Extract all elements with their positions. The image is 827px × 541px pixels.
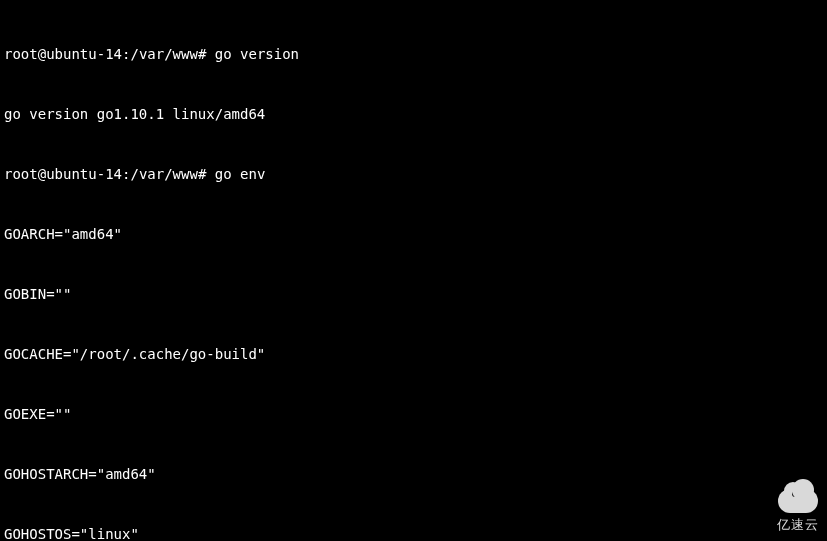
env-line: GOCACHE="/root/.cache/go-build" (4, 344, 823, 364)
command-text: go version (215, 46, 299, 62)
watermark: 亿速云 (777, 489, 819, 535)
prompt-path: /var/www (130, 166, 197, 182)
env-line: GOHOSTOS="linux" (4, 524, 823, 541)
env-line: GOHOSTARCH="amd64" (4, 464, 823, 484)
prompt-user-host: root@ubuntu-14 (4, 166, 122, 182)
cloud-icon (778, 489, 818, 513)
command-text: go env (215, 166, 266, 182)
prompt-line-1: root@ubuntu-14:/var/www# go version (4, 44, 823, 64)
prompt-path: /var/www (130, 46, 197, 62)
env-line: GOEXE="" (4, 404, 823, 424)
terminal-output[interactable]: root@ubuntu-14:/var/www# go version go v… (0, 0, 827, 541)
prompt-hash: # (198, 46, 215, 62)
output-line: go version go1.10.1 linux/amd64 (4, 104, 823, 124)
prompt-line-2: root@ubuntu-14:/var/www# go env (4, 164, 823, 184)
prompt-hash: # (198, 166, 215, 182)
env-line: GOBIN="" (4, 284, 823, 304)
watermark-text: 亿速云 (777, 515, 819, 535)
env-line: GOARCH="amd64" (4, 224, 823, 244)
prompt-user-host: root@ubuntu-14 (4, 46, 122, 62)
